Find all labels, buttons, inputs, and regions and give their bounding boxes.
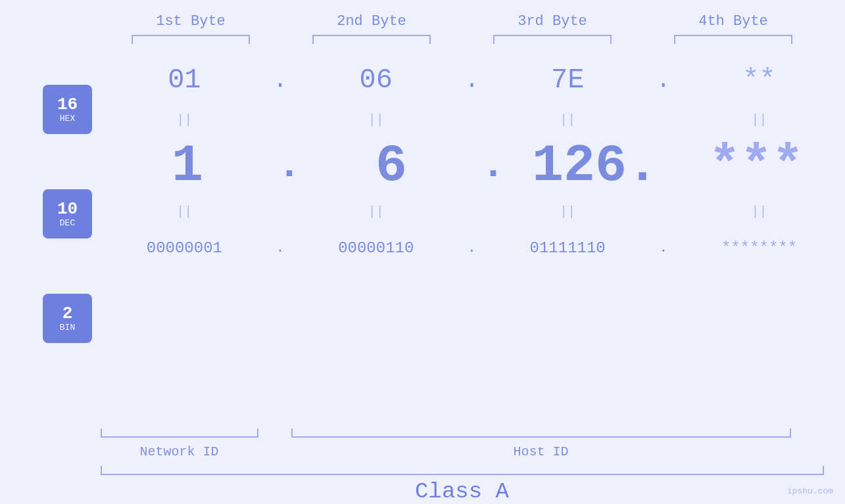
hex-dot-1: . (267, 67, 293, 94)
hex-b2: 06 (304, 64, 448, 96)
bracket-b4 (674, 35, 792, 44)
hex-badge-number: 16 (57, 95, 78, 114)
class-bracket (101, 466, 824, 475)
bin-b2: 00000110 (304, 239, 448, 257)
bracket-b1 (132, 35, 250, 44)
main-grid: 16 HEX 10 DEC 2 BIN 01 . 06 . 7E . ** (9, 51, 837, 423)
values-area: 01 . 06 . 7E . ** || || || || 1 . (107, 51, 837, 423)
dec-b1: 1 (115, 136, 260, 196)
eq2-b1: || (112, 204, 256, 219)
hex-b3: 7E (495, 64, 640, 96)
bin-b1: 00000001 (112, 239, 256, 257)
byte2-header: 2nd Byte (299, 13, 444, 30)
dec-b3: 126. (523, 136, 667, 196)
bin-dot-1: . (267, 240, 293, 256)
eq2-b4: || (687, 204, 832, 219)
hex-dot-3: . (650, 67, 677, 94)
bottom-brackets (81, 428, 824, 442)
network-id-label: Network ID (101, 444, 258, 459)
bin-b4: ******** (687, 239, 832, 257)
dec-row: 1 . 6 . 126. *** (107, 133, 837, 198)
class-bracket-row (101, 466, 824, 475)
bin-dot-3: . (650, 240, 677, 256)
bracket-b2 (312, 35, 431, 44)
equals-row-2: || || || || (107, 198, 837, 225)
bin-dot-2: . (458, 240, 485, 256)
hex-row: 01 . 06 . 7E . ** (107, 54, 837, 106)
dec-b2: 6 (319, 136, 464, 196)
id-labels: Network ID Host ID (81, 444, 824, 459)
byte3-header: 3rd Byte (480, 13, 625, 30)
watermark: ipshu.com (787, 486, 833, 496)
main-container: 1st Byte 2nd Byte 3rd Byte 4th Byte 16 H… (0, 0, 845, 504)
bin-row: 00000001 . 00000110 . 01111110 . *******… (107, 225, 837, 271)
hex-badge-label: HEX (60, 114, 75, 124)
top-brackets (101, 35, 824, 44)
bin-badge: 2 BIN (43, 294, 92, 343)
bracket-b3 (493, 35, 612, 44)
dec-badge: 10 DEC (43, 189, 92, 239)
dec-badge-label: DEC (60, 218, 75, 228)
hex-b4: ** (687, 64, 832, 96)
eq2-b3: || (495, 204, 640, 219)
bin-b3: 01111110 (495, 239, 640, 257)
bin-badge-label: BIN (60, 323, 75, 332)
eq2-b2: || (304, 204, 448, 219)
host-bracket (291, 428, 791, 438)
hex-b1: 01 (112, 64, 256, 96)
class-label-row: Class A (101, 479, 824, 504)
dec-b4: *** (684, 136, 829, 196)
dec-dot-2: . (480, 143, 506, 188)
class-a-label: Class A (415, 479, 509, 504)
byte-headers: 1st Byte 2nd Byte 3rd Byte 4th Byte (101, 13, 824, 30)
dec-badge-number: 10 (57, 200, 78, 219)
network-bracket (101, 428, 258, 438)
badges-column: 16 HEX 10 DEC 2 BIN (28, 51, 107, 423)
equals-row-1: || || || || (107, 106, 837, 133)
eq1-b3: || (495, 112, 640, 127)
host-id-label: Host ID (291, 444, 791, 459)
dec-dot-1: . (276, 143, 302, 188)
eq1-b2: || (304, 112, 448, 127)
byte4-header: 4th Byte (661, 13, 806, 30)
byte1-header: 1st Byte (118, 13, 263, 30)
eq1-b4: || (687, 112, 832, 127)
hex-dot-2: . (458, 67, 485, 94)
bin-badge-number: 2 (62, 304, 73, 323)
hex-badge: 16 HEX (43, 85, 92, 134)
eq1-b1: || (112, 112, 256, 127)
